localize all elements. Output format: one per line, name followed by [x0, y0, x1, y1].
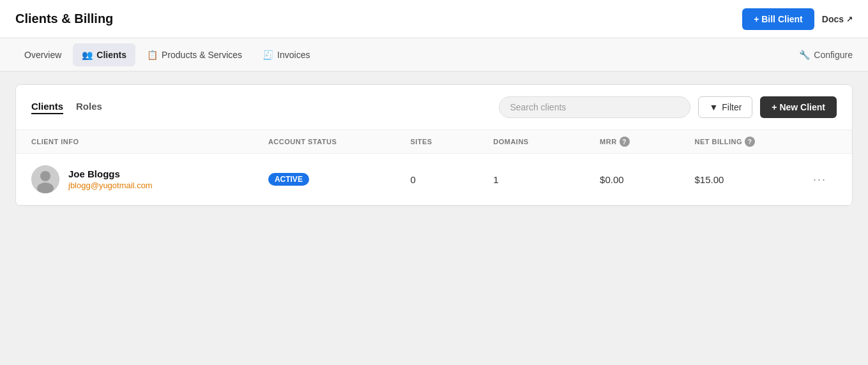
svg-point-1	[40, 171, 50, 181]
tab-overview-label: Overview	[24, 50, 61, 60]
client-email: jblogg@yugotmail.com	[68, 181, 153, 190]
col-actions	[813, 137, 837, 147]
row-actions-cell: ···	[813, 173, 837, 186]
clients-icon: 👥	[82, 50, 93, 60]
search-input[interactable]	[499, 96, 690, 118]
sub-tab-roles[interactable]: Roles	[76, 101, 102, 114]
tab-invoices[interactable]: 🧾 Invoices	[254, 43, 319, 66]
header-actions: + Bill Client Docs ↗	[742, 8, 853, 30]
main-content: Clients Roles ▼ Filter + New Client	[0, 71, 868, 219]
clients-card: Clients Roles ▼ Filter + New Client	[15, 84, 853, 206]
client-name: Joe Bloggs	[68, 168, 153, 179]
invoices-icon: 🧾	[263, 50, 273, 60]
filter-button[interactable]: ▼ Filter	[698, 96, 752, 118]
sites-cell: 0	[410, 174, 493, 185]
filter-label: Filter	[722, 102, 742, 112]
mrr-cell: $0.00	[600, 174, 694, 185]
account-status-cell: ACTIVE	[268, 173, 411, 186]
net-billing-cell: $15.00	[694, 174, 812, 185]
tab-products-services-label: Products & Services	[162, 50, 242, 60]
products-services-icon: 📋	[147, 50, 158, 60]
clients-toolbar: Clients Roles ▼ Filter + New Client	[16, 85, 852, 130]
col-sites: SITES	[410, 137, 493, 147]
docs-label: Docs	[822, 14, 844, 24]
col-client-info: CLIENT INFO	[31, 137, 268, 147]
wrench-icon: 🔧	[799, 50, 810, 60]
col-net-billing: NET BILLING ?	[694, 137, 812, 147]
tab-products-services[interactable]: 📋 Products & Services	[138, 43, 251, 66]
more-actions-button[interactable]: ···	[813, 173, 826, 186]
table-row: Joe Bloggs jblogg@yugotmail.com ACTIVE 0…	[16, 154, 852, 205]
external-link-icon: ↗	[846, 15, 853, 24]
toolbar-right: ▼ Filter + New Client	[499, 96, 837, 118]
tab-overview[interactable]: Overview	[15, 43, 70, 66]
tab-clients[interactable]: 👥 Clients	[73, 43, 135, 66]
filter-icon: ▼	[709, 102, 718, 112]
tab-clients-label: Clients	[96, 50, 126, 60]
col-account-status: ACCOUNT STATUS	[268, 137, 411, 147]
status-badge: ACTIVE	[268, 173, 309, 186]
configure-label: Configure	[814, 50, 853, 60]
net-billing-help-icon[interactable]: ?	[745, 137, 755, 147]
configure-button[interactable]: 🔧 Configure	[799, 50, 853, 60]
sub-tab-clients[interactable]: Clients	[31, 101, 63, 114]
nav-tabs: Overview 👥 Clients 📋 Products & Services…	[15, 38, 319, 71]
nav-bar: Overview 👥 Clients 📋 Products & Services…	[0, 38, 868, 71]
clients-sub-tabs: Clients Roles	[31, 101, 102, 114]
tab-invoices-label: Invoices	[277, 50, 310, 60]
col-mrr: MRR ?	[600, 137, 694, 147]
mrr-help-icon[interactable]: ?	[620, 137, 630, 147]
page-title: Clients & Billing	[15, 11, 113, 26]
app-header: Clients & Billing + Bill Client Docs ↗	[0, 0, 868, 38]
bill-client-button[interactable]: + Bill Client	[742, 8, 814, 30]
table-header: CLIENT INFO ACCOUNT STATUS SITES DOMAINS…	[16, 130, 852, 154]
new-client-button[interactable]: + New Client	[760, 96, 837, 118]
avatar	[31, 165, 59, 193]
client-info-cell: Joe Bloggs jblogg@yugotmail.com	[31, 165, 268, 193]
client-details: Joe Bloggs jblogg@yugotmail.com	[68, 168, 153, 190]
search-wrap	[499, 96, 690, 118]
domains-cell: 1	[493, 174, 600, 185]
col-domains: DOMAINS	[493, 137, 600, 147]
docs-button[interactable]: Docs ↗	[822, 14, 853, 24]
